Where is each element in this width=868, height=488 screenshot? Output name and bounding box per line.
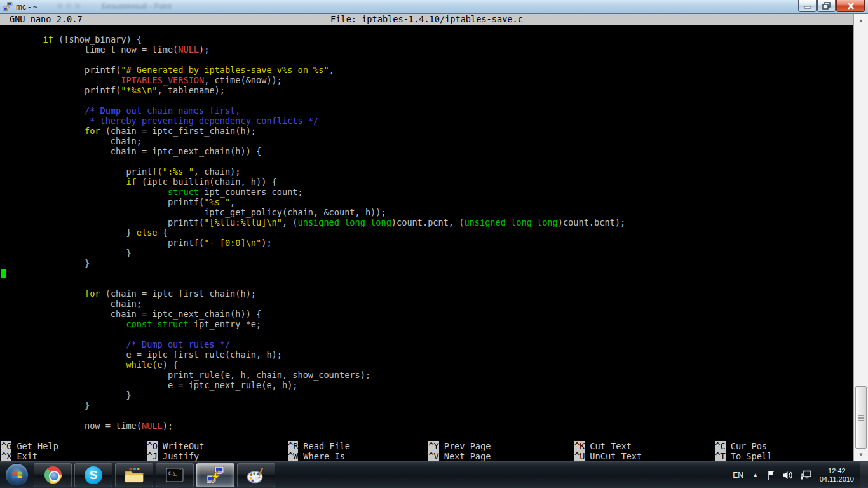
nano-shortcut[interactable]: ^YPrev Page: [428, 441, 574, 451]
code-line: [1, 55, 853, 65]
code-line: e = iptc_next_rule(e, h);: [1, 380, 853, 390]
window-title: mc - ~: [16, 3, 37, 11]
code-line: [1, 268, 853, 278]
shortcut-key: ^R: [288, 441, 298, 451]
restore-button[interactable]: [817, 0, 836, 12]
shortcut-key: ^Y: [428, 441, 438, 451]
code-line: for (chain = iptc_first_chain(h);: [1, 288, 853, 299]
code-line: printf("[%llu:%llu]\n", (unsigned long l…: [1, 217, 853, 227]
code-line: chain = iptc_next_chain(h)) {: [1, 146, 853, 156]
show-desktop-button[interactable]: [860, 462, 868, 488]
desktop: ALL- FREE LOAD .NET GNU nano 2.0.7 File:…: [0, 0, 868, 488]
shortcut-label: UnCut Text: [590, 451, 642, 461]
shortcut-key: ^K: [574, 441, 585, 451]
windows-logo-icon: [5, 463, 29, 487]
shortcut-key: ^U: [574, 451, 585, 461]
nano-shortcut[interactable]: ^CCur Pos: [715, 441, 855, 451]
action-center-flag-icon[interactable]: [763, 470, 779, 480]
shortcut-label: Exit: [17, 451, 37, 461]
taskbar-button-explorer[interactable]: [115, 463, 153, 487]
shortcut-label: To Spell: [731, 451, 772, 461]
scrollbar[interactable]: ▲ ▼: [853, 14, 868, 461]
nano-shortcut[interactable]: ^RRead File: [288, 441, 428, 451]
code-line: if (!show_binary) {: [1, 34, 853, 44]
code-line: [1, 410, 853, 421]
code-line: for (chain = iptc_first_chain(h);: [1, 126, 853, 136]
shortcut-key: ^T: [715, 451, 725, 461]
nano-shortcut[interactable]: ^KCut Text: [574, 441, 715, 451]
shortcut-key: ^X: [1, 451, 11, 461]
taskbar-button-skype[interactable]: S: [74, 463, 112, 487]
code-line: chain;: [1, 299, 853, 309]
scroll-up-arrow-icon[interactable]: ▲: [854, 15, 868, 26]
code-line: iptc_get_policy(chain, &count, h));: [1, 207, 853, 217]
putty-window-icon: [3, 2, 13, 12]
restore-icon: [822, 2, 831, 10]
nano-shortcut[interactable]: ^JJustify: [147, 451, 288, 461]
nano-filename: File: iptables-1.4.10/iptables-save.c: [330, 14, 523, 25]
volume-icon[interactable]: [779, 470, 797, 480]
code-line: printf("# Generated by iptables-save v%s…: [1, 65, 853, 75]
shortcut-label: Read File: [303, 441, 350, 451]
nano-shortcut[interactable]: ^TTo Spell: [715, 451, 855, 461]
chrome-icon: [44, 466, 62, 484]
clock[interactable]: 12:42 04.11.2010: [815, 467, 860, 484]
skype-icon: S: [85, 466, 102, 484]
code-line: chain = iptc_next_chain(h)) {: [1, 309, 853, 319]
nano-shortcut[interactable]: ^OWriteOut: [147, 441, 288, 451]
close-button[interactable]: [836, 0, 865, 12]
code-line: [1, 278, 853, 288]
code-line: chain;: [1, 136, 853, 146]
code-line: while(e) {: [1, 360, 853, 370]
code-line: printf("*%s\n", tablename);: [1, 85, 853, 95]
nano-shortcut[interactable]: ^WWhere Is: [288, 451, 428, 461]
nano-shortcut-bar: ^GGet Help^OWriteOut^RRead File^YPrev Pa…: [1, 441, 853, 461]
scroll-down-arrow-icon[interactable]: ▼: [854, 449, 868, 460]
code-line: const struct ipt_entry *e;: [1, 319, 853, 329]
code-line: printf(":%s ", chain);: [1, 166, 853, 177]
paint-icon: [247, 466, 266, 485]
code-line: printf("%s ",: [1, 197, 853, 207]
nano-shortcut[interactable]: ^UUnCut Text: [574, 451, 715, 461]
network-icon[interactable]: [797, 470, 815, 480]
nano-shortcut[interactable]: ^GGet Help: [1, 441, 147, 451]
svg-text:C:\: C:\: [168, 471, 175, 475]
system-tray: EN ▲ 12:42 04.11.2010: [728, 462, 868, 488]
taskbar-button-putty[interactable]: [196, 463, 234, 487]
nano-title-bar: GNU nano 2.0.7 File: iptables-1.4.10/ipt…: [0, 14, 853, 25]
shortcut-key: ^G: [1, 441, 11, 451]
window-titlebar[interactable]: mc - ~ Безымянный - Paint: [0, 0, 868, 14]
background-window-artifacts: [57, 3, 62, 9]
shortcut-label: Justify: [163, 451, 199, 461]
code-area[interactable]: if (!show_binary) { time_t now = time(NU…: [1, 34, 853, 431]
close-icon: [847, 3, 855, 10]
shortcut-label: Prev Page: [444, 441, 491, 451]
shortcut-label: Cur Pos: [731, 441, 767, 451]
code-line: }: [1, 400, 853, 410]
language-indicator[interactable]: EN: [728, 471, 749, 480]
scrollbar-grip: [858, 415, 864, 416]
text-cursor: [1, 269, 6, 278]
code-line: e = iptc_first_rule(chain, h);: [1, 349, 853, 360]
shortcut-key: ^C: [715, 441, 725, 451]
tray-expand-arrow-icon[interactable]: ▲: [749, 472, 763, 478]
taskbar: SC:\ EN ▲ 12:42 04.11.2010: [0, 461, 868, 488]
nano-shortcut[interactable]: ^XExit: [1, 451, 147, 461]
code-line: struct ipt_counters count;: [1, 187, 853, 197]
shortcut-label: WriteOut: [163, 441, 204, 451]
shortcut-key: ^O: [147, 441, 158, 451]
minimize-button[interactable]: [798, 0, 817, 12]
start-button[interactable]: [0, 462, 33, 488]
explorer-icon: [125, 466, 144, 485]
taskbar-button-cmd[interactable]: C:\: [156, 463, 194, 487]
taskbar-button-chrome[interactable]: [34, 463, 72, 487]
code-line: [1, 156, 853, 166]
code-line: } else {: [1, 227, 853, 238]
putty-icon: [206, 466, 225, 485]
taskbar-button-paint[interactable]: [237, 463, 275, 487]
scrollbar-thumb[interactable]: [855, 386, 867, 449]
code-line: [1, 329, 853, 339]
nano-shortcut[interactable]: ^VNext Page: [428, 451, 574, 461]
putty-terminal[interactable]: GNU nano 2.0.7 File: iptables-1.4.10/ipt…: [0, 14, 853, 461]
nano-version: GNU nano 2.0.7: [10, 14, 83, 25]
